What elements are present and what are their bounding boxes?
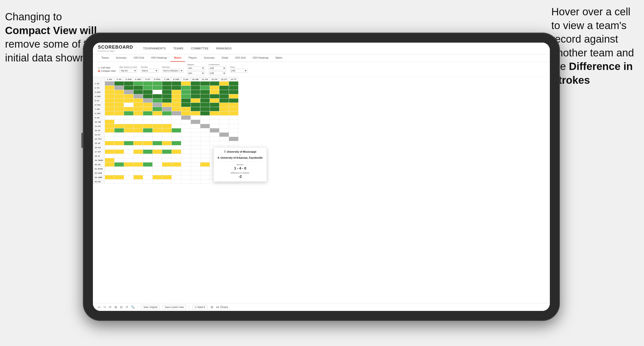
- save-custom-view-btn[interactable]: Save Custom View: [162, 305, 186, 309]
- matrix-cell[interactable]: [162, 124, 171, 128]
- matrix-cell[interactable]: [133, 81, 143, 86]
- matrix-cell[interactable]: [171, 167, 181, 171]
- matrix-cell[interactable]: [162, 90, 171, 94]
- matrix-cell[interactable]: [152, 120, 162, 124]
- matrix-cell[interactable]: [210, 103, 219, 107]
- matrix-cell[interactable]: [143, 124, 152, 128]
- matrix-cell[interactable]: [105, 145, 114, 150]
- matrix-cell[interactable]: [152, 137, 162, 141]
- matrix-cell[interactable]: [162, 116, 171, 120]
- matrix-cell[interactable]: [133, 158, 143, 162]
- matrix-cell[interactable]: [133, 99, 143, 103]
- matrix-cell[interactable]: [114, 116, 124, 120]
- matrix-cell[interactable]: [114, 133, 124, 137]
- matrix-cell[interactable]: [124, 107, 133, 111]
- matrix-cell[interactable]: [133, 154, 143, 158]
- matrix-cell[interactable]: [162, 162, 171, 167]
- matrix-cell[interactable]: [229, 86, 238, 90]
- matrix-cell[interactable]: [124, 145, 133, 150]
- region-select-1[interactable]: N/A: [187, 66, 205, 70]
- matrix-cell[interactable]: [229, 111, 238, 116]
- matrix-cell[interactable]: [200, 103, 210, 107]
- matrix-cell[interactable]: [162, 175, 171, 180]
- matrix-cell[interactable]: [171, 162, 181, 167]
- matrix-cell[interactable]: [181, 94, 191, 99]
- matrix-cell[interactable]: [124, 86, 133, 90]
- matrix-cell[interactable]: [171, 107, 181, 111]
- tab-detail[interactable]: Detail: [218, 54, 232, 62]
- matrix-cell[interactable]: [171, 133, 181, 137]
- matrix-cell[interactable]: [152, 124, 162, 128]
- zoom-out-icon[interactable]: ⊟: [120, 305, 123, 309]
- matrix-cell[interactable]: [229, 116, 238, 120]
- matrix-cell[interactable]: [114, 158, 124, 162]
- matrix-cell[interactable]: [124, 171, 133, 175]
- matrix-cell[interactable]: [105, 162, 114, 167]
- matrix-cell[interactable]: [210, 137, 219, 141]
- matrix-cell[interactable]: [200, 86, 210, 90]
- matrix-cell[interactable]: [105, 180, 114, 184]
- matrix-cell[interactable]: [171, 137, 181, 141]
- matrix-cell[interactable]: [152, 86, 162, 90]
- matrix-cell[interactable]: [191, 141, 200, 145]
- matrix-cell[interactable]: [105, 81, 114, 86]
- matrix-cell[interactable]: [124, 81, 133, 86]
- matrix-cell[interactable]: [191, 116, 200, 120]
- matrix-cell[interactable]: [152, 167, 162, 171]
- full-view-radio[interactable]: [98, 67, 100, 69]
- matrix-cell[interactable]: [162, 94, 171, 99]
- matrix-cell[interactable]: [143, 167, 152, 171]
- matrix-cell[interactable]: [133, 145, 143, 150]
- matrix-cell[interactable]: [181, 154, 191, 158]
- matrix-cell[interactable]: [191, 145, 200, 150]
- matrix-cell[interactable]: [219, 99, 229, 103]
- matrix-cell[interactable]: [181, 167, 191, 171]
- matrix-cell[interactable]: [210, 128, 219, 133]
- matrix-cell[interactable]: [171, 145, 181, 150]
- matrix-cell[interactable]: [181, 99, 191, 103]
- matrix-cell[interactable]: [162, 145, 171, 150]
- matrix-cell[interactable]: [124, 154, 133, 158]
- matrix-cell[interactable]: [143, 90, 152, 94]
- matrix-cell[interactable]: [143, 158, 152, 162]
- matrix-cell[interactable]: [162, 171, 171, 175]
- matrix-cell[interactable]: [114, 137, 124, 141]
- matrix-cell[interactable]: [229, 120, 238, 124]
- matrix-cell[interactable]: [124, 94, 133, 99]
- matrix-cell[interactable]: [133, 107, 143, 111]
- matrix-cell[interactable]: [105, 111, 114, 116]
- matrix-cell[interactable]: [191, 154, 200, 158]
- matrix-cell[interactable]: [133, 137, 143, 141]
- matrix-cell[interactable]: [152, 103, 162, 107]
- tab-teams[interactable]: Teams: [98, 54, 112, 62]
- matrix-cell[interactable]: [171, 120, 181, 124]
- matrix-cell[interactable]: [200, 99, 210, 103]
- matrix-cell[interactable]: [229, 99, 238, 103]
- matrix-cell[interactable]: [162, 107, 171, 111]
- matrix-cell[interactable]: [162, 86, 171, 90]
- matrix-cell[interactable]: [191, 133, 200, 137]
- matrix-cell[interactable]: [181, 81, 191, 86]
- matrix-cell[interactable]: [181, 133, 191, 137]
- matrix-cell[interactable]: [219, 103, 229, 107]
- matrix-cell[interactable]: [181, 175, 191, 180]
- matrix-cell[interactable]: [105, 103, 114, 107]
- matrix-cell[interactable]: [162, 180, 171, 184]
- compact-view-radio[interactable]: [98, 70, 100, 72]
- nav-tournaments[interactable]: TOURNAMENTS: [143, 47, 166, 50]
- matrix-cell[interactable]: [124, 116, 133, 120]
- matrix-cell[interactable]: [191, 158, 200, 162]
- matrix-cell[interactable]: [219, 90, 229, 94]
- matrix-cell[interactable]: [124, 103, 133, 107]
- matrix-cell[interactable]: [200, 154, 210, 158]
- matrix-cell[interactable]: [200, 175, 210, 180]
- tab-h2h-heatmap-1[interactable]: H2H Heatmap: [148, 54, 170, 62]
- matrix-cell[interactable]: [162, 150, 171, 154]
- matrix-cell[interactable]: [152, 94, 162, 99]
- matrix-cell[interactable]: [181, 107, 191, 111]
- matrix-cell[interactable]: [124, 175, 133, 180]
- matrix-cell[interactable]: [219, 133, 229, 137]
- grid-icon[interactable]: ⊞: [211, 305, 213, 309]
- matrix-cell[interactable]: [143, 103, 152, 107]
- matrix-cell[interactable]: [210, 90, 219, 94]
